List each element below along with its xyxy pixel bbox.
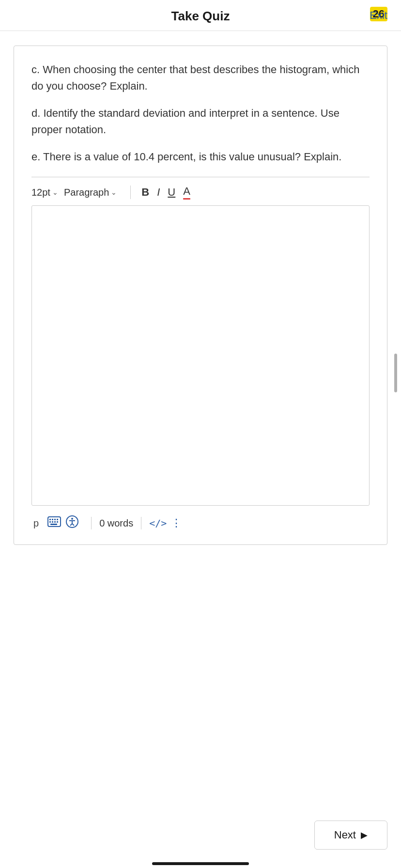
svg-rect-5 xyxy=(49,521,51,523)
next-label: Next xyxy=(334,829,356,841)
text-color-underline xyxy=(183,198,190,200)
status-paragraph-indicator: p xyxy=(33,518,39,529)
italic-button[interactable]: I xyxy=(153,185,164,200)
svg-rect-9 xyxy=(50,524,57,525)
svg-line-14 xyxy=(70,524,72,526)
top-bar: 26 Take Quiz Exit xyxy=(0,0,401,31)
code-view-button[interactable]: </> xyxy=(149,517,167,529)
font-size-chevron-icon: ⌄ xyxy=(52,188,58,196)
question-part-d: d. Identify the standard deviation and i… xyxy=(31,105,370,138)
page-title: Take Quiz xyxy=(171,9,230,24)
svg-rect-3 xyxy=(54,519,56,520)
keyboard-icon[interactable] xyxy=(47,516,61,530)
next-button-row: Next ▶ xyxy=(0,821,401,857)
answer-text-area[interactable] xyxy=(31,205,370,506)
exit-button[interactable]: Exit xyxy=(370,9,387,22)
font-size-selector[interactable]: 12pt ⌄ xyxy=(31,187,64,198)
home-indicator xyxy=(152,862,249,865)
paragraph-label: Paragraph xyxy=(64,187,109,198)
question-card: c. When choosing the center that best de… xyxy=(14,46,387,545)
word-count: 0 words xyxy=(99,518,133,529)
next-arrow-icon: ▶ xyxy=(361,830,368,840)
svg-rect-4 xyxy=(57,519,58,520)
toolbar-separator-1 xyxy=(130,186,131,199)
text-color-label: A xyxy=(183,185,190,197)
svg-rect-2 xyxy=(52,519,53,520)
text-color-button[interactable]: A xyxy=(179,184,194,201)
svg-point-11 xyxy=(71,518,73,520)
status-bar: p xyxy=(31,508,370,535)
svg-line-15 xyxy=(72,524,74,526)
svg-rect-1 xyxy=(49,519,51,520)
status-separator-1 xyxy=(91,517,92,529)
svg-rect-6 xyxy=(52,521,53,523)
question-part-e: e. There is a value of 10.4 percent, is … xyxy=(31,149,370,165)
status-separator-2 xyxy=(141,517,141,529)
bottom-nav: Next ▶ xyxy=(0,821,401,868)
accessibility-icon[interactable] xyxy=(66,515,78,531)
font-size-label: 12pt xyxy=(31,187,50,198)
question-part-c: c. When choosing the center that best de… xyxy=(31,62,370,94)
paragraph-chevron-icon: ⌄ xyxy=(111,188,117,196)
svg-rect-8 xyxy=(57,521,58,523)
editor-toolbar: 12pt ⌄ Paragraph ⌄ B I U A xyxy=(31,177,370,205)
more-options-icon[interactable]: ⋮ xyxy=(171,517,182,529)
paragraph-style-selector[interactable]: Paragraph ⌄ xyxy=(64,187,123,198)
scrollbar-indicator xyxy=(394,354,397,392)
underline-button[interactable]: U xyxy=(164,185,179,200)
question-text: c. When choosing the center that best de… xyxy=(31,62,370,165)
next-button[interactable]: Next ▶ xyxy=(314,821,387,850)
svg-rect-7 xyxy=(54,521,56,523)
bold-button[interactable]: B xyxy=(138,185,153,200)
main-content: c. When choosing the center that best de… xyxy=(0,31,401,555)
